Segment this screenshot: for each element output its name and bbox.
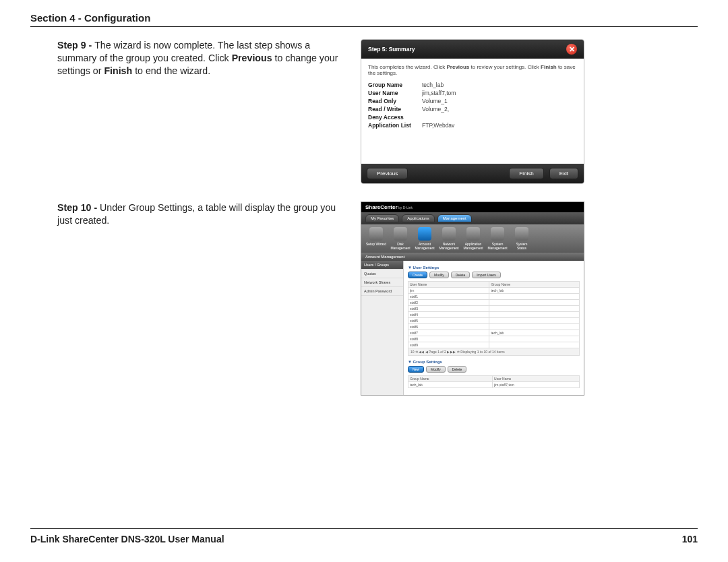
icon-application-management[interactable]: Application Management (462, 227, 484, 250)
table-row[interactable]: staff2 (408, 300, 580, 306)
section-bar: Account Management (361, 253, 584, 261)
table-row[interactable]: staff8 (408, 336, 580, 342)
new-button[interactable]: New (408, 366, 424, 373)
wizard-message: This completes the wizard. Click Previou… (368, 64, 577, 76)
table-row[interactable]: staff5 (408, 318, 580, 324)
table-row[interactable]: staff7tech_lab (408, 330, 580, 336)
sidebar-item-users-groups[interactable]: Users / Groups (361, 261, 403, 270)
step10-label: Step 10 - (57, 202, 100, 213)
user-settings-title: ▼ User Settings (408, 266, 580, 270)
user-table-pager[interactable]: 10 ⟲ ◀◀ ◀ Page 1 of 2 ▶ ▶▶ ⟳ Displaying … (408, 348, 580, 356)
sidebar-item-admin-password[interactable]: Admin Password (361, 287, 403, 296)
management-screenshot: ShareCenter by D-Link My Favorites Appli… (361, 201, 584, 396)
wizard-summary-dialog: Step 5: Summary ✕ This completes the wiz… (361, 39, 584, 184)
footer-manual-title: D-Link ShareCenter DNS-320L User Manual (30, 534, 224, 544)
user-settings-table: User NameGroup Name jimtech_labstaff1sta… (408, 281, 580, 348)
table-row[interactable]: jimtech_lab (408, 288, 580, 294)
icon-disk-management[interactable]: Disk Management (390, 227, 411, 250)
footer-page-number: 101 (682, 534, 698, 544)
tab-management[interactable]: Management (437, 214, 472, 222)
delete-button[interactable]: Delete (451, 272, 470, 278)
close-icon[interactable]: ✕ (566, 44, 577, 55)
table-row[interactable]: staff6 (408, 324, 580, 330)
tab-applications[interactable]: Applications (402, 214, 434, 222)
step10-text: Step 10 - Under Group Settings, a table … (57, 201, 347, 227)
table-row[interactable]: staff9 (408, 342, 580, 348)
sidebar-item-quotas[interactable]: Quotas (361, 270, 403, 278)
brand: ShareCenter (365, 204, 398, 210)
group-settings-title: ▼ Group Settings (408, 360, 580, 364)
table-row[interactable]: staff4 (408, 312, 580, 318)
modify-button[interactable]: Modify (429, 272, 449, 278)
table-row[interactable]: staff1 (408, 294, 580, 300)
table-row: tech_labjim,staff7,tom (408, 382, 580, 388)
icon-system-status[interactable]: System Status (511, 227, 533, 250)
wizard-title: Step 5: Summary (368, 46, 415, 53)
import-users-button[interactable]: Import Users (472, 272, 501, 278)
group-settings-table: Group NameUser Name tech_labjim,staff7,t… (408, 375, 580, 388)
step9-text: Step 9 - The wizard is now complete. The… (57, 39, 347, 78)
finish-button[interactable]: Finish (509, 168, 543, 179)
icon-network-management[interactable]: Network Management (438, 227, 460, 250)
table-row[interactable]: staff3 (408, 306, 580, 312)
step9-label: Step 9 - (57, 40, 94, 51)
icon-system-management[interactable]: System Management (487, 227, 508, 250)
group-delete-button[interactable]: Delete (448, 366, 466, 373)
sidebar-item-network-shares[interactable]: Network Shares (361, 278, 403, 287)
exit-button[interactable]: Exit (549, 168, 578, 179)
create-button[interactable]: Create (408, 272, 427, 278)
group-modify-button[interactable]: Modify (426, 366, 446, 373)
section-header: Section 4 - Configuration (30, 12, 698, 27)
tab-my-favorites[interactable]: My Favorites (365, 214, 399, 222)
icon-account-management[interactable]: Account Management (414, 227, 435, 250)
icon-setup-wizard[interactable]: Setup Wizard (365, 227, 387, 250)
previous-button[interactable]: Previous (367, 168, 408, 179)
